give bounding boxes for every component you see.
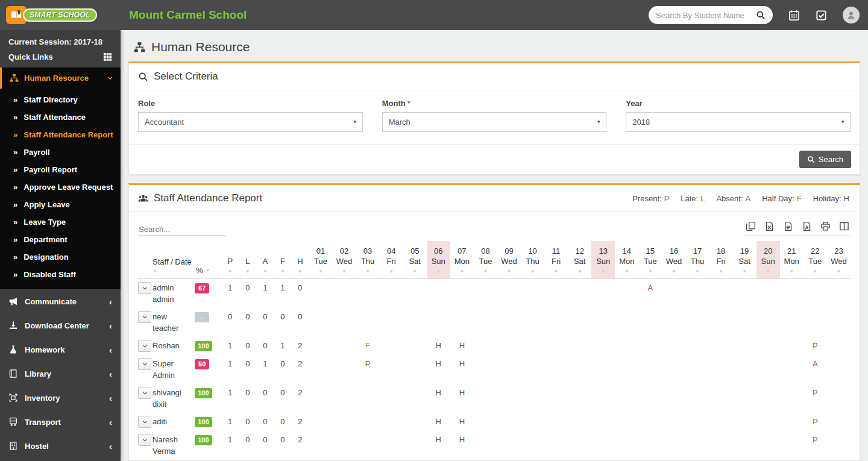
row-expander-button[interactable] (138, 434, 151, 446)
row-expander-button[interactable] (138, 311, 151, 323)
day-19-cell (733, 308, 756, 337)
user-avatar[interactable] (843, 7, 860, 24)
day-06-cell (427, 279, 450, 309)
day-18-cell (709, 431, 733, 460)
sort-icon: ▼ (591, 269, 615, 275)
attendance-mark: H (459, 435, 465, 444)
sidebar-subitem-payroll[interactable]: »Payroll (0, 143, 121, 161)
date-header-17[interactable]: 17Thu▼ (685, 241, 709, 279)
date-header-22[interactable]: 22Tue▼ (804, 241, 827, 279)
row-expander-button[interactable] (138, 387, 151, 399)
day-12-cell (568, 308, 591, 337)
date-header-14[interactable]: 14Mon▼ (615, 241, 638, 279)
sidebar-item-label: Human Resource (24, 74, 89, 83)
date-header-06[interactable]: 06Sun▼ (427, 241, 450, 279)
day-13-cell (591, 337, 615, 355)
sidebar-subitem-staff-attendance[interactable]: »Staff Attendance (0, 108, 121, 126)
student-search-input[interactable] (656, 11, 756, 20)
summary-header-a[interactable]: A▼ (256, 241, 274, 279)
sidebar-item-inventory[interactable]: Inventory‹ (0, 386, 121, 410)
chevron-left-icon: ‹ (109, 345, 112, 354)
summary-h: 0 (291, 279, 309, 309)
day-19-cell (733, 384, 756, 413)
sidebar-item-download-center[interactable]: Download Center‹ (0, 313, 121, 337)
date-header-10[interactable]: 10Thu▼ (521, 241, 544, 279)
sidebar-item-library[interactable]: Library‹ (0, 362, 121, 386)
search-button[interactable]: Search (799, 151, 851, 168)
row-expander-button[interactable] (138, 282, 151, 294)
date-header-09[interactable]: 09Wed▼ (497, 241, 521, 279)
summary-header-h[interactable]: H▼ (291, 241, 309, 279)
copy-icon[interactable] (746, 221, 756, 231)
tasks-icon[interactable] (816, 10, 827, 21)
date-header-05[interactable]: 05Sat▼ (403, 241, 427, 279)
role-label: Role (138, 99, 155, 108)
chevron-left-icon: ‹ (109, 442, 112, 451)
year-select[interactable]: 2018 (626, 112, 851, 132)
excel-icon[interactable] (764, 221, 775, 231)
pdf-icon[interactable] (802, 221, 812, 231)
date-header-02[interactable]: 02Wed▼ (333, 241, 356, 279)
percent-cell: 100 (193, 384, 221, 413)
table-row-naresh-verma: Naresh Verma10010002HHP (138, 431, 851, 460)
date-header-13[interactable]: 13Sun▼ (591, 241, 615, 279)
calendar-icon[interactable] (788, 10, 800, 21)
date-header-01[interactable]: 01Tue▼ (309, 241, 332, 279)
sidebar-subitem-leave-type[interactable]: »Leave Type (0, 213, 121, 231)
print-icon[interactable] (820, 221, 831, 231)
quick-links[interactable]: Quick Links (0, 49, 121, 67)
sidebar-subitem-designation[interactable]: »Designation (0, 248, 121, 266)
sidebar-item-human-resource[interactable]: Human Resource (0, 67, 121, 89)
staff-date-header[interactable]: Staff / Date▼ (153, 241, 193, 279)
sidebar-item-transport[interactable]: Transport‹ (0, 410, 121, 434)
day-20-cell (756, 337, 780, 355)
row-expander-button[interactable] (138, 340, 151, 352)
file-text-icon[interactable] (783, 221, 793, 231)
month-select[interactable]: March (382, 112, 607, 132)
sidebar-subitem-payroll-report[interactable]: »Payroll Report (0, 161, 121, 178)
sidebar-item-hostel[interactable]: Hostel‹ (0, 434, 121, 458)
date-header-20[interactable]: 20Sun▼ (756, 241, 780, 279)
summary-header-l[interactable]: L▼ (239, 241, 256, 279)
date-header-15[interactable]: 15Tue▼ (638, 241, 662, 279)
role-select[interactable]: Accountant (138, 112, 363, 132)
percent-header[interactable]: %▼ (193, 241, 221, 279)
sidebar-subitem-apply-leave[interactable]: »Apply Leave (0, 196, 121, 213)
row-expander-button[interactable] (138, 416, 151, 428)
columns-icon[interactable] (839, 221, 849, 231)
date-header-23[interactable]: 23Wed▼ (827, 241, 851, 279)
date-header-12[interactable]: 12Sat▼ (568, 241, 591, 279)
percent-cell: 100 (193, 337, 221, 355)
date-header-18[interactable]: 18Fri▼ (709, 241, 733, 279)
row-expander-button[interactable] (138, 358, 151, 370)
date-header-08[interactable]: 08Tue▼ (474, 241, 497, 279)
staff-name: new teacher (153, 308, 193, 337)
sidebar-subitem-staff-attendance-report[interactable]: »Staff Attendance Report (0, 126, 121, 143)
sidebar-subitem-department[interactable]: »Department (0, 231, 121, 248)
summary-header-p[interactable]: P▼ (221, 241, 239, 279)
day-18-cell (709, 355, 733, 384)
app-logo[interactable]: SMART SCHOOL (0, 0, 121, 30)
date-header-16[interactable]: 16Wed▼ (662, 241, 685, 279)
double-chevron-icon: » (13, 148, 17, 157)
sidebar-subitem-approve-leave-request[interactable]: »Approve Leave Request (0, 178, 121, 196)
date-header-07[interactable]: 07Mon▼ (450, 241, 474, 279)
table-search-input[interactable] (138, 223, 226, 236)
sidebar-item-communicate[interactable]: Communicate‹ (0, 289, 121, 313)
date-header-19[interactable]: 19Sat▼ (733, 241, 756, 279)
sidebar-subitem-disabled-staff[interactable]: »Disabled Staff (0, 266, 121, 283)
day-20-cell (756, 355, 780, 384)
double-chevron-icon: » (13, 235, 17, 244)
day-03-cell: F (356, 337, 380, 355)
summary-header-f[interactable]: F▼ (274, 241, 291, 279)
staff-name: Naresh Verma (153, 431, 193, 460)
sidebar-item-homework[interactable]: Homework‹ (0, 337, 121, 362)
sidebar-subitem-staff-directory[interactable]: »Staff Directory (0, 91, 121, 108)
date-header-11[interactable]: 11Fri▼ (544, 241, 568, 279)
date-header-21[interactable]: 21Mon▼ (780, 241, 804, 279)
expander-cell (138, 308, 153, 337)
attendance-table: Staff / Date▼ %▼ P▼L▼A▼F▼H▼01Tue▼02Wed▼0… (138, 241, 851, 460)
date-header-04[interactable]: 04Fri▼ (380, 241, 403, 279)
date-header-03[interactable]: 03Thu▼ (356, 241, 380, 279)
search-icon[interactable] (756, 10, 766, 20)
